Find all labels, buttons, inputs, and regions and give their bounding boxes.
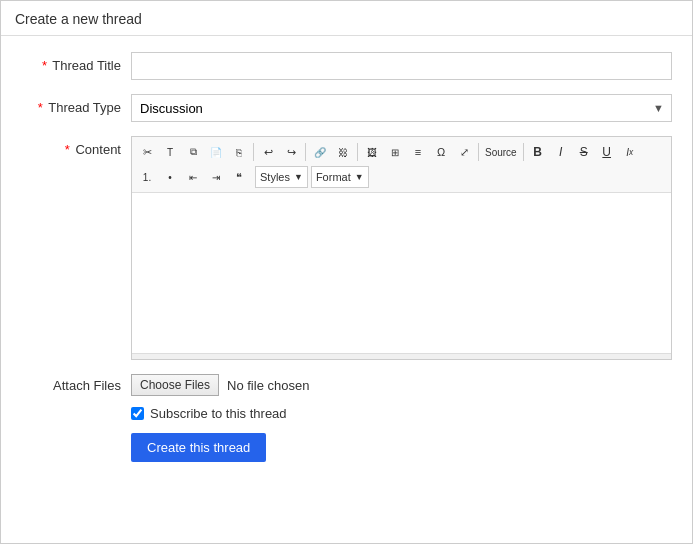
thread-type-select[interactable]: Discussion Question Announcement [131, 94, 672, 122]
unordered-list-button[interactable]: • [159, 166, 181, 188]
attach-files-row: Attach Files Choose Files No file chosen [21, 374, 672, 396]
thread-type-row: * Thread Type Discussion Question Announ… [21, 94, 672, 122]
copy-text-button[interactable]: T [159, 141, 181, 163]
subscribe-row: Subscribe to this thread [131, 406, 672, 421]
editor-toolbar: ✂ T ⧉ 📄 ⎘ ↩ ↪ 🔗 ⛓ 🖼 [132, 137, 671, 193]
indent-button[interactable]: ⇥ [205, 166, 227, 188]
form-body: * Thread Title * Thread Type Discussion … [1, 36, 692, 478]
blockquote-button[interactable]: ❝ [228, 166, 250, 188]
sep5 [523, 143, 524, 161]
thread-type-label: * Thread Type [21, 94, 131, 115]
paste-button[interactable]: 📄 [205, 141, 227, 163]
no-file-text: No file chosen [227, 378, 309, 393]
styles-dropdown[interactable]: Styles ▼ [255, 166, 308, 188]
create-thread-button[interactable]: Create this thread [131, 433, 266, 462]
create-row: Create this thread [131, 433, 672, 462]
format-dropdown[interactable]: Format ▼ [311, 166, 369, 188]
sep4 [478, 143, 479, 161]
styles-label: Styles [260, 171, 290, 183]
editor-resize-handle[interactable] [132, 353, 671, 359]
paste-text-button[interactable]: ⎘ [228, 141, 250, 163]
table-button[interactable]: ⊞ [384, 141, 406, 163]
toolbar-row-1: ✂ T ⧉ 📄 ⎘ ↩ ↪ 🔗 ⛓ 🖼 [136, 141, 667, 163]
content-control: ✂ T ⧉ 📄 ⎘ ↩ ↪ 🔗 ⛓ 🖼 [131, 136, 672, 360]
content-editor[interactable] [132, 193, 671, 353]
format-arrow: ▼ [355, 172, 364, 182]
thread-title-input[interactable] [131, 52, 672, 80]
italic-button[interactable]: I [550, 141, 572, 163]
format-label: Format [316, 171, 351, 183]
required-marker: * [42, 58, 47, 73]
styles-arrow: ▼ [294, 172, 303, 182]
thread-type-control: Discussion Question Announcement ▼ [131, 94, 672, 122]
create-thread-dialog: Create a new thread * Thread Title * Thr… [0, 0, 693, 544]
copy-button[interactable]: ⧉ [182, 141, 204, 163]
choose-files-button[interactable]: Choose Files [131, 374, 219, 396]
unlink-button[interactable]: ⛓ [332, 141, 354, 163]
toolbar-row-2: 1. • ⇤ ⇥ ❝ Styles ▼ Format ▼ [136, 166, 667, 188]
required-marker2: * [38, 100, 43, 115]
thread-title-control [131, 52, 672, 80]
maximize-button[interactable]: ⤢ [453, 141, 475, 163]
content-row: * Content ✂ T ⧉ 📄 ⎘ ↩ ↪ [21, 136, 672, 360]
underline-button[interactable]: U [596, 141, 618, 163]
bold-button[interactable]: B [527, 141, 549, 163]
cut-button[interactable]: ✂ [136, 141, 158, 163]
sep1 [253, 143, 254, 161]
ordered-list-button[interactable]: 1. [136, 166, 158, 188]
content-label: * Content [21, 136, 131, 157]
strikethrough-button[interactable]: S [573, 141, 595, 163]
editor-container: ✂ T ⧉ 📄 ⎘ ↩ ↪ 🔗 ⛓ 🖼 [131, 136, 672, 360]
redo-button[interactable]: ↪ [280, 141, 302, 163]
sep3 [357, 143, 358, 161]
image-button[interactable]: 🖼 [361, 141, 383, 163]
sep2 [305, 143, 306, 161]
attach-files-label: Attach Files [21, 378, 131, 393]
thread-type-select-wrapper: Discussion Question Announcement ▼ [131, 94, 672, 122]
align-button[interactable]: ≡ [407, 141, 429, 163]
subscribe-checkbox[interactable] [131, 407, 144, 420]
undo-button[interactable]: ↩ [257, 141, 279, 163]
required-marker3: * [65, 142, 70, 157]
outdent-button[interactable]: ⇤ [182, 166, 204, 188]
source-button[interactable]: Source [482, 141, 520, 163]
link-button[interactable]: 🔗 [309, 141, 331, 163]
special-char-button[interactable]: Ω [430, 141, 452, 163]
subscribe-label[interactable]: Subscribe to this thread [150, 406, 287, 421]
file-input-wrapper: Choose Files No file chosen [131, 374, 309, 396]
thread-title-row: * Thread Title [21, 52, 672, 80]
dialog-title: Create a new thread [1, 1, 692, 36]
thread-title-label: * Thread Title [21, 52, 131, 73]
dialog-title-text: Create a new thread [15, 11, 142, 27]
remove-format-button[interactable]: Ix [619, 141, 641, 163]
